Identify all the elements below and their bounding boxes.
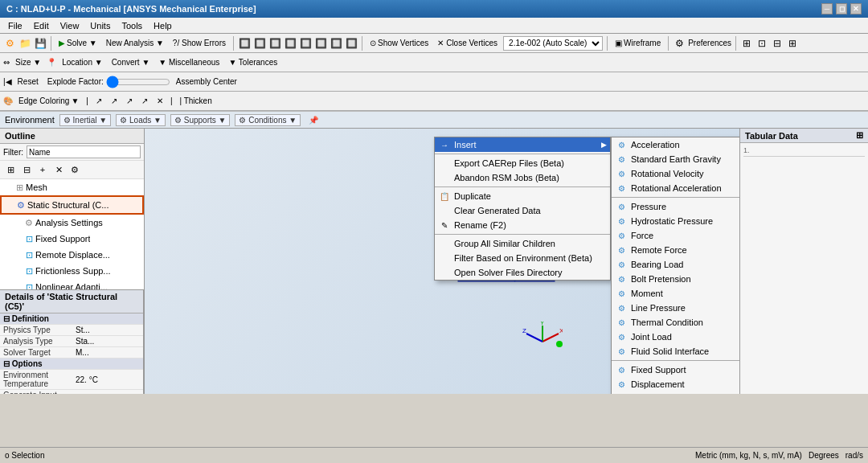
- outline-toolbar: ⊞ ⊟ + ✕ ⚙: [0, 161, 144, 179]
- tree-item-fixed-support[interactable]: ⊡ Fixed Support: [0, 231, 144, 247]
- arrow-left-icon: ⇔: [3, 58, 10, 67]
- cm-group-all[interactable]: Group All Similar Children: [435, 236, 610, 251]
- sm-remote-force[interactable]: ⚙ Remote Force: [612, 243, 739, 257]
- cm-abandon-rsm[interactable]: Abandon RSM Jobs (Beta): [435, 170, 610, 185]
- arrow-tb2[interactable]: ↗: [108, 96, 121, 106]
- tolerances-button[interactable]: ▼ Tolerances: [225, 57, 280, 68]
- show-vertices-button[interactable]: ⊙ Show Vertices: [366, 38, 432, 48]
- outline-collapse-button[interactable]: ⊟: [19, 162, 34, 177]
- icon9: 🔲: [330, 37, 342, 50]
- mesh-label: Mesh: [26, 182, 47, 192]
- cm-sep1: [435, 154, 610, 154]
- arrow-tb1[interactable]: ↗: [92, 96, 105, 106]
- sm-standard-earth[interactable]: ⚙ Standard Earth Gravity: [612, 152, 739, 166]
- size-button[interactable]: Size ▼: [12, 57, 44, 68]
- tabular-pin-icon[interactable]: ⊞: [856, 130, 863, 141]
- thermal-icon: ⚙: [615, 316, 628, 329]
- sm-fixed-support[interactable]: ⚙ Fixed Support: [612, 363, 739, 377]
- menu-file[interactable]: File: [3, 19, 27, 32]
- menu-help[interactable]: Help: [149, 19, 177, 32]
- close-button[interactable]: ✕: [850, 3, 862, 14]
- insert-submenu[interactable]: ⚙ Acceleration ⚙ Standard Earth Gravity …: [611, 137, 739, 394]
- sm-bearing-load[interactable]: ⚙ Bearing Load: [612, 257, 739, 272]
- context-menu[interactable]: → Insert ▶ Export CAERep Files (Beta) Ab…: [434, 137, 611, 281]
- remote-disp-icon: ⚙: [615, 392, 628, 394]
- sm-rotational-velocity[interactable]: ⚙ Rotational Velocity: [612, 166, 739, 181]
- menu-units[interactable]: Units: [85, 19, 115, 32]
- icon2: 💾: [34, 37, 47, 50]
- tree-item-static-structural[interactable]: ⚙ Static Structural (C...: [0, 195, 144, 215]
- solve-button[interactable]: ▶ ▶ Solve Solve ▼: [55, 38, 100, 48]
- cm-filter-env[interactable]: Filter Based on Environment (Beta): [435, 251, 610, 265]
- icon3: 🔲: [238, 37, 251, 50]
- pin-env-button[interactable]: 📌: [305, 115, 321, 125]
- conditions-button[interactable]: ⚙ Conditions ▼: [235, 114, 301, 126]
- outline-delete-button[interactable]: ✕: [51, 162, 66, 177]
- arrow-tb3[interactable]: ↗: [123, 96, 136, 106]
- sm-acceleration[interactable]: ⚙ Acceleration: [612, 137, 739, 152]
- cm-duplicate[interactable]: 📋 Duplicate: [435, 189, 610, 203]
- sm-thermal-condition[interactable]: ⚙ Thermal Condition: [612, 315, 739, 330]
- gen-input-value: No: [72, 390, 143, 395]
- sm-rotational-acceleration[interactable]: ⚙ Rotational Acceleration: [612, 181, 739, 195]
- reset-button[interactable]: Reset: [14, 76, 42, 87]
- edge-coloring-icon: 🎨: [3, 96, 13, 105]
- edge-coloring-button[interactable]: Edge Coloring ▼: [15, 96, 82, 106]
- cm-export-caerep[interactable]: Export CAERep Files (Beta): [435, 156, 610, 170]
- sm-bolt-pretension[interactable]: ⚙ Bolt Pretension: [612, 272, 739, 286]
- sm-sep1: [612, 197, 739, 198]
- sm-hydrostatic[interactable]: ⚙ Hydrostatic Pressure: [612, 214, 739, 228]
- sm-force[interactable]: ⚙ Force: [612, 228, 739, 243]
- sm-pressure[interactable]: ⚙ Pressure: [612, 199, 739, 214]
- sm-moment[interactable]: ⚙ Moment: [612, 286, 739, 301]
- outline-settings-button[interactable]: ⚙: [68, 162, 82, 177]
- window-controls[interactable]: ─ ◻ ✕: [821, 3, 862, 14]
- explode-slider[interactable]: [106, 77, 170, 87]
- arrow-tb5[interactable]: ✕: [154, 96, 166, 106]
- outline-expand-button[interactable]: ⊞: [3, 162, 18, 177]
- sm-remote-displacement[interactable]: ⚙ Remote Displacement: [612, 391, 739, 394]
- thicken-button[interactable]: | Thicken: [177, 96, 215, 106]
- new-analysis-button[interactable]: ▼ New Analysis New Analysis ▼: [103, 38, 167, 48]
- cm-insert[interactable]: → Insert ▶: [435, 137, 610, 152]
- sm-displacement[interactable]: ⚙ Displacement: [612, 377, 739, 391]
- inertial-button[interactable]: ⚙ Inertial ▼: [59, 114, 111, 126]
- toolbar-row-3: |◀ Reset Explode Factor: Assembly Center: [0, 72, 868, 92]
- location-button[interactable]: Location ▼: [59, 57, 105, 68]
- loads-button[interactable]: ⚙ Loads ▼: [116, 114, 166, 126]
- remote-force-icon: ⚙: [615, 244, 628, 256]
- sm-joint-load[interactable]: ⚙ Joint Load: [612, 330, 739, 344]
- icon10: 🔲: [345, 37, 358, 50]
- convert-button[interactable]: Convert ▼: [108, 57, 154, 68]
- arrow-tb4[interactable]: ↗: [138, 96, 151, 106]
- supports-button[interactable]: ⚙ Supports ▼: [170, 114, 230, 126]
- menu-edit[interactable]: Edit: [29, 19, 54, 32]
- analysis-type-value: Sta...: [72, 336, 143, 347]
- tree-item-frictionless[interactable]: ⊡ Frictionless Supp...: [0, 263, 144, 279]
- miscellaneous-button[interactable]: ▼ Miscellaneous: [155, 57, 223, 68]
- location-icon: 📍: [47, 58, 56, 67]
- minimize-button[interactable]: ─: [821, 3, 833, 14]
- tree-item-nonlinear[interactable]: ⊡ Nonlinear Adapti...: [0, 279, 144, 289]
- wireframe-button[interactable]: ▣ Wireframe: [612, 38, 664, 48]
- tree-item-mesh[interactable]: ⊞ Mesh: [0, 179, 144, 195]
- tree-item-analysis-settings[interactable]: ⚙ Analysis Settings: [0, 215, 144, 231]
- menu-tools[interactable]: Tools: [117, 19, 147, 32]
- sm-fluid-solid[interactable]: ⚙ Fluid Solid Interface: [612, 344, 739, 359]
- tree-item-remote-disp[interactable]: ⊡ Remote Displace...: [0, 247, 144, 263]
- cm-rename[interactable]: ✎ Rename (F2): [435, 218, 610, 232]
- restore-button[interactable]: ◻: [836, 3, 847, 14]
- sep5: [668, 36, 669, 51]
- app-icon: ⚙: [3, 37, 16, 50]
- duplicate-icon: 📋: [438, 190, 451, 203]
- close-vertices-button[interactable]: ✕ Close Vertices: [434, 38, 501, 48]
- show-errors-button[interactable]: ?/ Show Errors: [170, 38, 229, 48]
- title-bar: C : NLAD+U-P - Mechanical [ANSYS Mechani…: [0, 0, 868, 18]
- scale-dropdown[interactable]: 2.1e-002 (Auto Scale): [503, 36, 603, 51]
- filter-input[interactable]: [27, 145, 141, 158]
- cm-open-solver[interactable]: Open Solver Files Directory: [435, 265, 610, 280]
- sm-line-pressure[interactable]: ⚙ Line Pressure: [612, 301, 739, 315]
- cm-clear-data[interactable]: Clear Generated Data: [435, 203, 610, 218]
- menu-view[interactable]: View: [55, 19, 84, 32]
- outline-add-button[interactable]: +: [35, 162, 50, 177]
